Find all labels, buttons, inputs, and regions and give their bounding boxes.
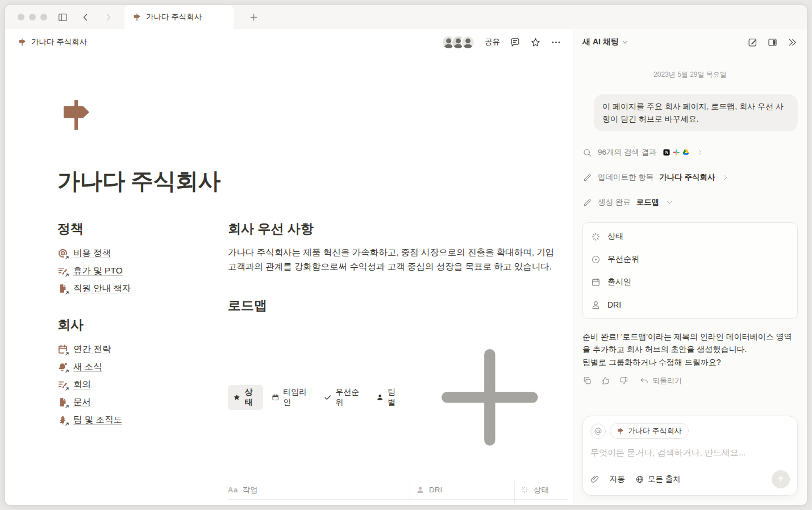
- comments-icon[interactable]: [510, 37, 520, 48]
- tab-title: 가나다 주식회사: [146, 12, 202, 22]
- thumbs-up-icon[interactable]: [601, 376, 610, 385]
- panel-layout-icon[interactable]: [767, 37, 778, 48]
- section-heading-company: 회사: [57, 317, 228, 334]
- mention-at-button[interactable]: [590, 424, 606, 439]
- chevron-right-icon[interactable]: [722, 174, 729, 181]
- activity-text: 96개의 검색 결과: [598, 147, 657, 157]
- svg-text:N: N: [665, 150, 668, 155]
- more-options-icon[interactable]: [551, 37, 561, 48]
- column-header[interactable]: 상태: [514, 481, 568, 499]
- page-link[interactable]: 회의: [57, 376, 228, 393]
- column-header-label: DRI: [429, 486, 442, 494]
- personFill-icon: [376, 393, 384, 402]
- chat-input-card[interactable]: 가나다 주식회사 무엇이든 묻거나, 검색하거나, 만드세요... 자동 모든 …: [582, 416, 798, 496]
- close-window-button[interactable]: [18, 14, 24, 20]
- property-row[interactable]: DRI: [583, 293, 797, 316]
- page-link[interactable]: 팀 및 조직도: [57, 411, 228, 429]
- ai-activity-row[interactable]: 생성 완료로드맵: [582, 194, 798, 211]
- starFill-icon: [233, 393, 240, 402]
- share-button[interactable]: 공유: [485, 37, 500, 47]
- active-tab[interactable]: 가나다 주식회사: [124, 5, 234, 29]
- calendarS-icon: [272, 393, 280, 402]
- dri-cell[interactable]: Luca Beetz: [410, 500, 514, 505]
- database-view-tabs: 상태타임라인우선순위팀별: [228, 322, 568, 473]
- table-row[interactable]: AI 지원 온보딩 시작하기Luca Beetz시작됨: [228, 500, 568, 505]
- view-tab-inactive[interactable]: 팀별: [371, 385, 406, 410]
- forward-button[interactable]: [101, 10, 115, 24]
- mode-auto-button[interactable]: 자동: [610, 474, 625, 484]
- personFill-icon: [416, 486, 424, 494]
- drive-logo-icon: [682, 148, 690, 156]
- view-tab-active[interactable]: 상태: [228, 385, 263, 410]
- chat-input-placeholder[interactable]: 무엇이든 묻거나, 검색하거나, 만드세요...: [590, 447, 790, 458]
- assistant-message: 준비 완료! '로드맵'이라는 제목의 인라인 데이터베이스 영역을 추가하고 …: [582, 330, 798, 368]
- copy-icon[interactable]: [582, 376, 592, 385]
- add-view-button[interactable]: [411, 322, 568, 473]
- notion-logo-icon: N: [663, 148, 671, 156]
- generated-database-card[interactable]: 상태우선순위출시일DRI: [582, 222, 798, 319]
- view-tab-label: 타임라인: [283, 387, 310, 408]
- link-arrow-icon: [64, 290, 70, 296]
- collapse-panel-icon[interactable]: [787, 37, 798, 48]
- thumbs-down-icon[interactable]: [619, 376, 628, 385]
- attach-button[interactable]: [590, 475, 599, 484]
- property-row[interactable]: 상태: [583, 225, 797, 248]
- link-arrow-icon: [64, 368, 70, 374]
- page-icon: [57, 397, 68, 408]
- breadcrumb[interactable]: 가나다 주식회사: [18, 37, 87, 47]
- search-icon: [582, 148, 592, 157]
- favorite-star-icon[interactable]: [530, 37, 541, 48]
- page-link[interactable]: 연간 전략: [57, 341, 228, 358]
- page-link[interactable]: 휴가 및 PTO: [57, 262, 228, 280]
- property-label: 상태: [607, 231, 623, 242]
- chevron-down-icon: [622, 39, 628, 45]
- sources-button[interactable]: 모든 출처: [635, 474, 681, 484]
- ai-activity-row[interactable]: 96개의 검색 결과N: [582, 144, 798, 161]
- avatar[interactable]: [461, 35, 475, 49]
- service-icons: N: [663, 148, 690, 156]
- chevron-down-icon[interactable]: [666, 199, 673, 206]
- send-button[interactable]: [772, 470, 790, 488]
- ai-chat-title-menu[interactable]: 새 AI 채팅: [582, 37, 628, 47]
- property-row[interactable]: 출시일: [583, 271, 797, 293]
- undo-button[interactable]: 되돌리기: [639, 376, 682, 386]
- window-controls[interactable]: [18, 14, 47, 20]
- zoom-window-button[interactable]: [40, 14, 47, 20]
- section-heading-policy: 정책: [57, 221, 228, 238]
- calendarS-icon: [591, 277, 601, 287]
- context-chip[interactable]: 가나다 주식회사: [610, 423, 689, 439]
- ai-activity-row[interactable]: 업데이트한 항목가나다 주식회사: [582, 169, 798, 186]
- task-cell[interactable]: AI 지원 온보딩 시작하기: [228, 500, 410, 505]
- property-row[interactable]: 우선순위: [583, 248, 797, 271]
- new-tab-button[interactable]: [246, 10, 261, 24]
- chevron-right-icon[interactable]: [697, 149, 703, 156]
- new-chat-compose-icon[interactable]: [747, 37, 758, 48]
- view-tab-inactive[interactable]: 우선순위: [319, 385, 368, 410]
- view-tab-inactive[interactable]: 타임라인: [266, 385, 315, 410]
- view-tab-label: 우선순위: [335, 387, 362, 408]
- page-link-label: 직원 안내 책자: [73, 283, 131, 295]
- page-link[interactable]: 새 소식: [57, 358, 228, 376]
- page-title[interactable]: 가나다 주식회사: [57, 165, 573, 197]
- sidebar-toggle-icon[interactable]: [55, 10, 70, 24]
- link-arrow-icon: [64, 404, 70, 409]
- spinner-icon: [520, 486, 529, 494]
- minimize-window-button[interactable]: [29, 14, 36, 20]
- section-heading-roadmap: 로드맵: [228, 297, 568, 314]
- back-button[interactable]: [78, 10, 93, 24]
- page-link[interactable]: 비용 정책: [57, 244, 228, 262]
- personOut-icon: [591, 300, 601, 310]
- property-label: 우선순위: [607, 254, 639, 264]
- page-icon-signpost[interactable]: [57, 96, 95, 134]
- page-link-label: 팀 및 조직도: [73, 414, 122, 426]
- page-link[interactable]: 직원 안내 책자: [57, 280, 228, 297]
- column-header[interactable]: DRI: [410, 481, 514, 499]
- user-message-bubble: 이 페이지를 주요 회사 페이지, 로드맵, 회사 우선 사항이 담긴 허브로 …: [594, 94, 798, 131]
- collaborator-avatars[interactable]: [442, 35, 475, 49]
- column-header[interactable]: Aa작업: [228, 481, 410, 499]
- page-link[interactable]: 문서: [57, 393, 228, 411]
- status-cell[interactable]: 시작됨: [514, 500, 568, 505]
- tree-icon: [57, 414, 68, 425]
- page-link-label: 비용 정책: [73, 247, 111, 259]
- listpen-icon: [57, 266, 68, 276]
